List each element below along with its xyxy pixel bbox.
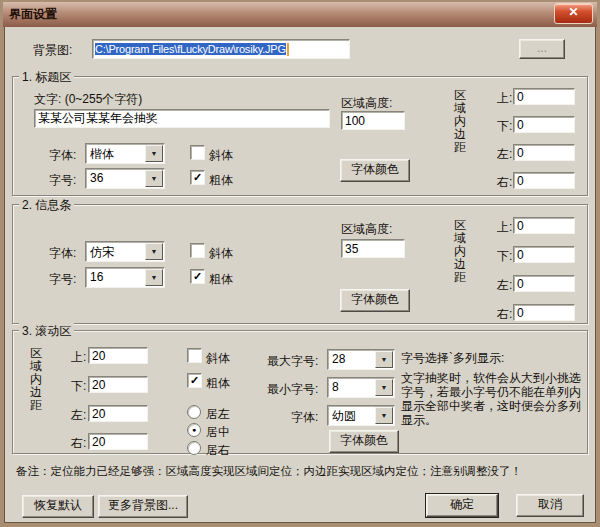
info-bold-label: 粗体: [209, 271, 233, 288]
title-pad-top-input[interactable]: [513, 88, 575, 105]
chevron-down-icon[interactable]: ▼: [375, 379, 393, 396]
info-italic-checkbox[interactable]: [190, 243, 205, 258]
note-text: 备注：定位能力已经足够强：区域高度实现区域间定位；内边距实现区域内定位；注意别调…: [16, 464, 522, 479]
align-right-label: 居右: [206, 442, 230, 459]
chevron-down-icon[interactable]: ▼: [375, 351, 393, 368]
align-center-label: 居中: [206, 424, 230, 441]
restore-defaults-label: 恢复默认: [34, 498, 82, 512]
chevron-down-icon[interactable]: ▼: [145, 269, 163, 286]
title-pad-bottom-label: 下:: [497, 118, 512, 135]
chevron-down-icon[interactable]: ▼: [375, 407, 393, 424]
background-image-input[interactable]: C:\Program Files\fLuckyDraw\rosiky.JPG: [92, 39, 350, 59]
info-region-height-label: 区域高度:: [341, 221, 392, 238]
max-size-label: 最大字号:: [267, 353, 318, 370]
ok-button[interactable]: 确定: [426, 494, 498, 517]
info-region-height-input[interactable]: [341, 239, 405, 258]
scroll-pad-bottom-input[interactable]: [88, 376, 148, 393]
title-font-color-button[interactable]: 字体颜色: [340, 159, 410, 182]
scroll-bold-label: 粗体: [206, 375, 230, 392]
cancel-button-label: 取消: [538, 497, 562, 511]
scroll-pad-top-input[interactable]: [88, 347, 148, 364]
title-italic-checkbox[interactable]: [190, 145, 205, 160]
title-pad-top-label: 上:: [497, 90, 512, 107]
scroll-font-color-label: 字体颜色: [340, 433, 388, 447]
info-font-select[interactable]: 仿宋 ▼: [85, 241, 165, 262]
title-pad-bottom-input[interactable]: [513, 116, 575, 133]
align-center-radio[interactable]: ●: [187, 423, 201, 437]
chevron-down-icon[interactable]: ▼: [145, 170, 163, 187]
title-text-label: 文字: (0~255个字符): [34, 91, 142, 108]
text-caret: [287, 43, 289, 56]
info-bold-checkbox[interactable]: ✓: [190, 269, 205, 284]
group-info-bar: 2. 信息条 区域高度: 字体: 仿宋 ▼ 字号: 16 ▼ 斜体 ✓ 粗体 字…: [12, 204, 588, 324]
align-right-radio[interactable]: [187, 441, 201, 455]
info-italic-label: 斜体: [209, 245, 233, 262]
scroll-font-label: 字体:: [291, 409, 318, 426]
scroll-font-select[interactable]: 幼圆 ▼: [327, 405, 395, 426]
info-padding-label: 区域内边距: [453, 219, 467, 284]
ok-button-label: 确定: [450, 497, 474, 511]
group-info-bar-legend: 2. 信息条: [19, 197, 74, 214]
scroll-font-value: 幼圆: [332, 408, 376, 425]
align-left-label: 居左: [206, 406, 230, 423]
chevron-down-icon[interactable]: ▼: [145, 243, 163, 260]
restore-defaults-button[interactable]: 恢复默认: [22, 495, 94, 518]
browse-button-label: ...: [537, 41, 547, 55]
info-pad-left-label: 左:: [497, 277, 512, 294]
scroll-pad-left-label: 左:: [71, 407, 86, 424]
scroll-italic-checkbox[interactable]: [187, 348, 202, 363]
title-bold-checkbox[interactable]: ✓: [190, 170, 205, 185]
title-pad-right-input[interactable]: [513, 172, 575, 189]
align-left-radio[interactable]: [187, 405, 201, 419]
title-size-select[interactable]: 36 ▼: [85, 168, 165, 189]
title-pad-right-label: 右:: [497, 174, 512, 191]
title-padding-label: 区域内边距: [453, 89, 467, 154]
scroll-italic-label: 斜体: [206, 350, 230, 367]
chevron-down-icon[interactable]: ▼: [145, 145, 163, 162]
titlebar[interactable]: 界面设置: [3, 2, 597, 27]
title-italic-label: 斜体: [209, 147, 233, 164]
min-size-select[interactable]: 8 ▼: [327, 377, 395, 398]
info-pad-top-input[interactable]: [513, 217, 575, 234]
title-region-height-input[interactable]: [341, 111, 405, 130]
info-font-color-label: 字体颜色: [351, 292, 399, 306]
scroll-bold-checkbox[interactable]: ✓: [187, 373, 202, 388]
max-size-select[interactable]: 28 ▼: [327, 349, 395, 370]
scroll-pad-left-input[interactable]: [88, 405, 148, 422]
scroll-font-color-button[interactable]: 字体颜色: [329, 430, 399, 453]
info-font-value: 仿宋: [90, 244, 146, 261]
info-pad-left-input[interactable]: [513, 275, 575, 292]
scroll-pad-right-input[interactable]: [88, 433, 148, 450]
title-font-select[interactable]: 楷体 ▼: [85, 143, 165, 164]
title-size-label: 字号:: [49, 172, 76, 189]
settings-dialog: 界面设置 ✕ 背景图: C:\Program Files\fLuckyDraw\…: [0, 0, 600, 527]
info-size-value: 16: [90, 270, 146, 284]
hint-body: 文字抽奖时，软件会从大到小挑选字号，若最小字号仍不能在单列内显示全部中奖者，这时…: [401, 371, 585, 427]
close-button[interactable]: ✕: [554, 3, 593, 24]
info-pad-bottom-label: 下:: [497, 248, 512, 265]
scroll-pad-bottom-label: 下:: [71, 378, 86, 395]
info-font-color-button[interactable]: 字体颜色: [340, 289, 410, 312]
min-size-label: 最小字号:: [267, 381, 318, 398]
title-pad-left-label: 左:: [497, 146, 512, 163]
group-title-area: 1. 标题区 文字: (0~255个字符) 区域高度: 字体: 楷体 ▼ 字号:…: [12, 76, 588, 196]
title-bold-label: 粗体: [209, 172, 233, 189]
window-title: 界面设置: [9, 6, 57, 23]
browse-button[interactable]: ...: [519, 39, 565, 59]
title-region-height-label: 区域高度:: [341, 95, 392, 112]
info-size-select[interactable]: 16 ▼: [85, 267, 165, 288]
title-pad-left-input[interactable]: [513, 144, 575, 161]
scroll-pad-right-label: 右:: [71, 435, 86, 452]
hint-title: 字号选择`多列显示:: [401, 350, 504, 367]
group-scroll-area: 3. 滚动区 区域内边距 上: 下: 左: 右: 斜体 ✓ 粗体 居左 ● 居中…: [12, 330, 588, 454]
scroll-pad-top-label: 上:: [71, 349, 86, 366]
info-font-label: 字体:: [49, 245, 76, 262]
title-text-input[interactable]: [34, 109, 330, 128]
more-backgrounds-button[interactable]: 更多背景图...: [98, 495, 188, 518]
info-pad-right-label: 右:: [497, 306, 512, 323]
info-pad-right-input[interactable]: [513, 304, 575, 321]
more-backgrounds-label: 更多背景图...: [108, 498, 178, 512]
min-size-value: 8: [332, 380, 376, 394]
info-pad-bottom-input[interactable]: [513, 246, 575, 263]
cancel-button[interactable]: 取消: [516, 494, 584, 517]
